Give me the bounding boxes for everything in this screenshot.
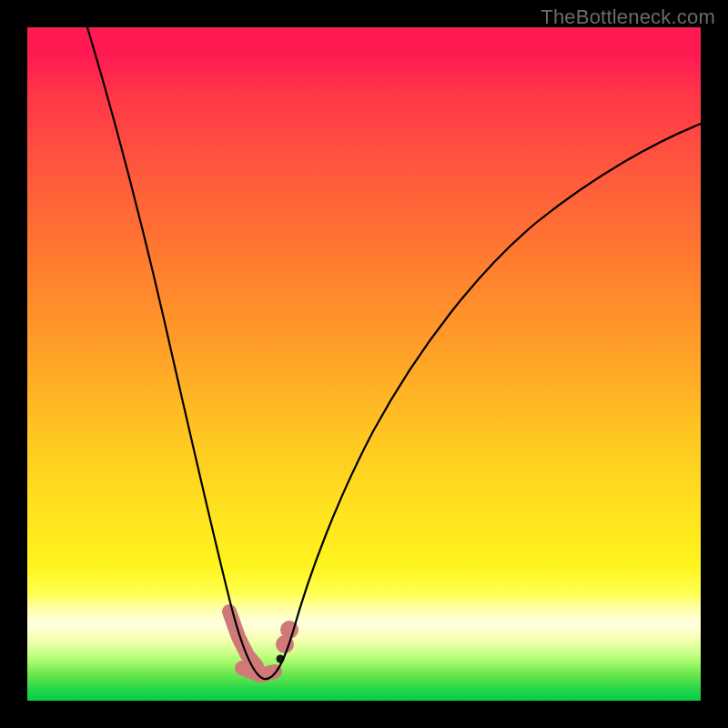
bottleneck-curve — [87, 27, 701, 679]
watermark-text: TheBottleneck.com — [541, 5, 715, 29]
chart-svg — [27, 27, 701, 701]
valley-stroke-left — [229, 612, 257, 666]
optimal-valley-highlight — [229, 612, 298, 675]
chart-frame — [27, 27, 701, 701]
